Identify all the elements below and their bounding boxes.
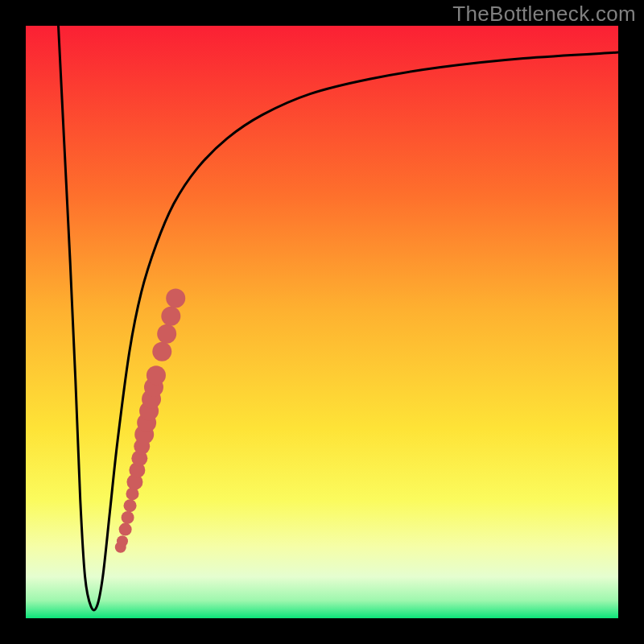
highlight-point	[119, 523, 132, 536]
highlight-point	[117, 535, 128, 547]
watermark-text: TheBottleneck.com	[452, 2, 636, 27]
plot-area	[26, 26, 618, 618]
highlight-point	[122, 511, 134, 524]
chart-svg	[26, 26, 618, 618]
highlight-point	[166, 289, 185, 308]
highlight-point	[147, 365, 166, 385]
gradient-background	[26, 26, 618, 618]
highlight-point	[124, 499, 137, 512]
highlight-point	[157, 324, 176, 344]
chart-frame: TheBottleneck.com	[0, 0, 644, 644]
highlight-point	[161, 307, 180, 326]
highlight-point	[152, 342, 171, 361]
